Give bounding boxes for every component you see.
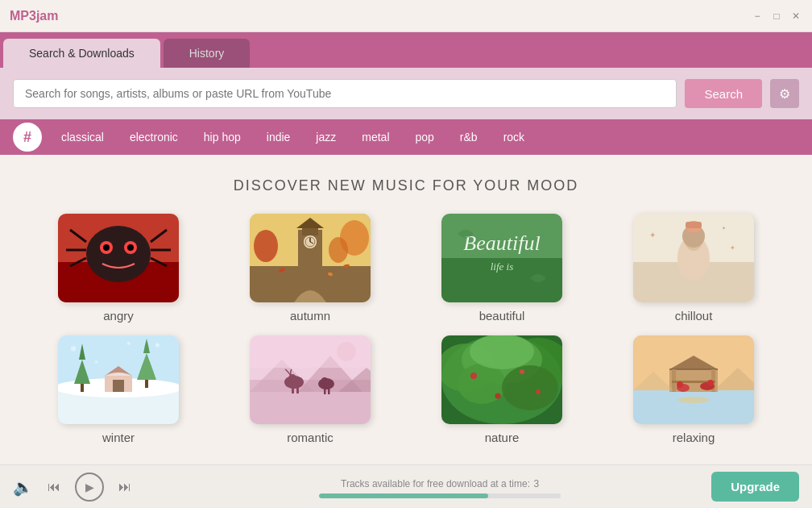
tab-search-downloads[interactable]: Search & Downloads xyxy=(3,39,160,68)
svg-point-16 xyxy=(254,230,278,262)
svg-point-83 xyxy=(520,369,524,374)
svg-rect-51 xyxy=(145,380,148,388)
maximize-button[interactable]: □ xyxy=(770,10,783,23)
tracks-progress-fill xyxy=(319,493,488,498)
titlebar: MP3jam − □ ✕ xyxy=(0,0,812,32)
svg-text:✦: ✦ xyxy=(730,244,735,252)
mood-romantic[interactable]: romantic xyxy=(224,335,396,444)
svg-rect-88 xyxy=(633,390,754,424)
main-content: DISCOVER NEW MUSIC FOR YOUR MOOD xyxy=(0,155,812,464)
mood-beautiful[interactable]: Beautiful life is beautiful xyxy=(416,214,588,323)
minimize-button[interactable]: − xyxy=(751,10,764,23)
mood-autumn-label: autumn xyxy=(290,309,330,323)
svg-point-67 xyxy=(288,374,296,382)
tab-bar: Search & Downloads History xyxy=(0,32,812,68)
mood-angry-label: angry xyxy=(103,309,134,323)
mood-relaxing[interactable]: relaxing xyxy=(607,335,780,444)
genre-hiphop[interactable]: hip hop xyxy=(191,131,254,144)
svg-point-96 xyxy=(677,381,683,388)
svg-point-71 xyxy=(321,377,328,384)
svg-text:❄: ❄ xyxy=(155,342,160,349)
svg-point-85 xyxy=(536,389,541,394)
svg-text:✦: ✦ xyxy=(649,231,656,239)
search-input[interactable] xyxy=(13,79,677,108)
play-button[interactable]: ▶ xyxy=(75,473,104,502)
svg-rect-70 xyxy=(328,387,330,394)
upgrade-button[interactable]: Upgrade xyxy=(711,472,799,502)
genre-hash[interactable]: # xyxy=(13,123,42,152)
svg-text:Beautiful: Beautiful xyxy=(463,231,540,255)
mood-winter[interactable]: ❄ ❄ ❄ ❄ winter xyxy=(32,335,205,444)
genre-pop[interactable]: pop xyxy=(403,131,447,144)
search-bar: Search ⚙ xyxy=(0,68,812,119)
window-controls: − □ ✕ xyxy=(751,10,802,23)
svg-rect-48 xyxy=(81,384,84,392)
svg-point-82 xyxy=(470,373,477,379)
svg-point-6 xyxy=(127,244,134,251)
app-logo: MP3jam xyxy=(10,9,58,23)
discover-title: DISCOVER NEW MUSIC FOR YOUR MOOD xyxy=(16,177,796,194)
tracks-count: 3 xyxy=(533,478,539,489)
volume-icon[interactable]: 🔈 xyxy=(13,477,33,497)
mood-angry[interactable]: angry xyxy=(32,214,205,323)
mood-winter-label: winter xyxy=(102,431,135,444)
svg-point-98 xyxy=(707,380,714,386)
genre-classical[interactable]: classical xyxy=(48,131,117,144)
player-center: Tracks available for free download at a … xyxy=(178,476,702,498)
settings-button[interactable]: ⚙ xyxy=(770,79,799,108)
mood-nature-label: nature xyxy=(485,431,520,444)
svg-text:❄: ❄ xyxy=(94,360,98,364)
genre-indie[interactable]: indie xyxy=(254,131,304,144)
genre-electronic[interactable]: electronic xyxy=(117,131,191,144)
svg-point-80 xyxy=(502,365,558,410)
mood-chillout[interactable]: ✦ ✦ ✦ chillout xyxy=(607,214,780,323)
genre-metal[interactable]: metal xyxy=(349,131,402,144)
genre-rnb[interactable]: r&b xyxy=(447,131,491,144)
svg-rect-39 xyxy=(686,222,702,228)
gear-icon: ⚙ xyxy=(779,86,790,102)
svg-point-73 xyxy=(337,342,356,361)
svg-point-84 xyxy=(495,393,501,399)
mood-relaxing-label: relaxing xyxy=(673,431,715,444)
genre-jazz[interactable]: jazz xyxy=(303,131,349,144)
tracks-progress-bar xyxy=(319,493,561,498)
mood-autumn[interactable]: autumn xyxy=(224,214,396,323)
tracks-info: Tracks available for free download at a … xyxy=(341,476,539,490)
tracks-label: Tracks available for free download at a … xyxy=(341,478,530,489)
mood-beautiful-label: beautiful xyxy=(479,309,525,323)
svg-text:❄: ❄ xyxy=(70,344,77,353)
svg-text:✦: ✦ xyxy=(722,226,726,231)
svg-point-2 xyxy=(86,226,151,282)
tab-history[interactable]: History xyxy=(164,39,251,68)
svg-rect-65 xyxy=(292,385,294,393)
next-button[interactable]: ⏭ xyxy=(114,476,136,498)
mood-romantic-label: romantic xyxy=(287,431,334,444)
svg-point-5 xyxy=(103,244,110,251)
svg-rect-54 xyxy=(113,380,124,392)
mood-nature[interactable]: nature xyxy=(416,335,588,444)
search-button[interactable]: Search xyxy=(685,79,762,108)
genre-rock[interactable]: rock xyxy=(491,131,537,144)
mood-chillout-label: chillout xyxy=(675,309,713,323)
close-button[interactable]: ✕ xyxy=(789,10,802,23)
svg-text:❄: ❄ xyxy=(126,341,130,346)
svg-text:life is: life is xyxy=(491,260,514,273)
mood-grid: angry xyxy=(16,214,796,444)
svg-point-81 xyxy=(470,335,534,369)
svg-rect-66 xyxy=(296,385,299,393)
player-bar: 🔈 ⏮ ▶ ⏭ Tracks available for free downlo… xyxy=(0,464,812,508)
svg-point-99 xyxy=(677,397,710,403)
svg-point-18 xyxy=(329,237,348,263)
genre-nav: # classical electronic hip hop indie jaz… xyxy=(0,119,812,155)
prev-button[interactable]: ⏮ xyxy=(43,476,65,498)
svg-rect-69 xyxy=(324,387,326,394)
